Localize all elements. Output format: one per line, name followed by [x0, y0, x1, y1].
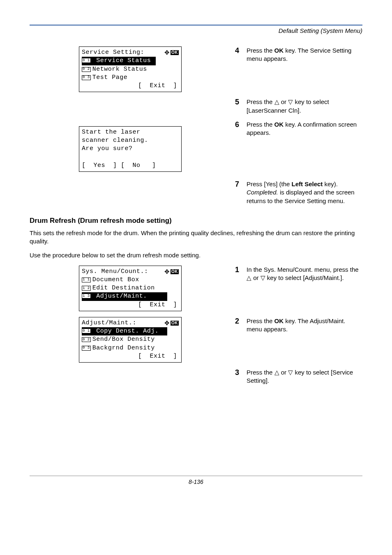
step-5-text: Press the △ or ▽ key to select [LaserSca… [247, 98, 362, 115]
lcd1-title: Service Setting: [82, 49, 144, 57]
step-4-number: 4 [235, 46, 247, 55]
step-7-number: 7 [235, 180, 247, 189]
page-header: Default Setting (System Menu) [30, 27, 362, 34]
lcd-confirm: Start the laser scanner cleaning. Are yo… [79, 126, 182, 172]
down-icon: ▽ [288, 369, 293, 376]
step-1b-number: 1 [235, 266, 247, 274]
step-3b-number: 3 [235, 368, 247, 377]
nav-ok-icon: ✥ OK [164, 268, 179, 276]
step-1b-text: In the Sys. Menu/Count. menu, press the … [247, 266, 362, 282]
lcd-sys-menu: Sys. Menu/Count.: ✥ OK 1 1Document Box 1… [79, 266, 182, 311]
lcd-service-setting: Service Setting: ✥ OK 0 1 Service Status… [79, 46, 182, 92]
up-icon: △ [247, 274, 251, 281]
nav-ok-icon: ✥ OK [164, 49, 179, 57]
step-6-number: 6 [235, 120, 247, 129]
page-number: 8-136 [30, 476, 362, 485]
drum-refresh-p2: Use the procedure below to set the drum … [30, 251, 362, 259]
step-5-number: 5 [235, 98, 247, 106]
nav-ok-icon: ✥ OK [164, 319, 179, 327]
down-icon: ▽ [261, 274, 265, 281]
lcd3-title: Sys. Menu/Count.: [82, 268, 148, 276]
step-7-text: Press [Yes] (the Left Select key). Compl… [247, 180, 362, 205]
lcd-adjust-maint: Adjust/Maint.: ✥ OK 0 1 Copy Denst. Adj.… [79, 317, 182, 363]
down-icon: ▽ [288, 98, 293, 105]
step-2b-number: 2 [235, 317, 247, 326]
drum-refresh-p1: This sets the refresh mode for the drum.… [30, 229, 362, 246]
up-icon: △ [274, 98, 279, 105]
step-6-text: Press the OK key. A confirmation screen … [247, 120, 362, 137]
step-2b-text: Press the OK key. The Adjust/Maint. menu… [247, 317, 362, 334]
lcd4-title: Adjust/Maint.: [82, 319, 136, 327]
drum-refresh-heading: Drum Refresh (Drum refresh mode setting) [30, 217, 362, 225]
step-4-text: Press the OK key. The Service Setting me… [247, 46, 362, 63]
up-icon: △ [274, 369, 279, 376]
step-3b-text: Press the △ or ▽ key to select [Service … [247, 368, 362, 385]
